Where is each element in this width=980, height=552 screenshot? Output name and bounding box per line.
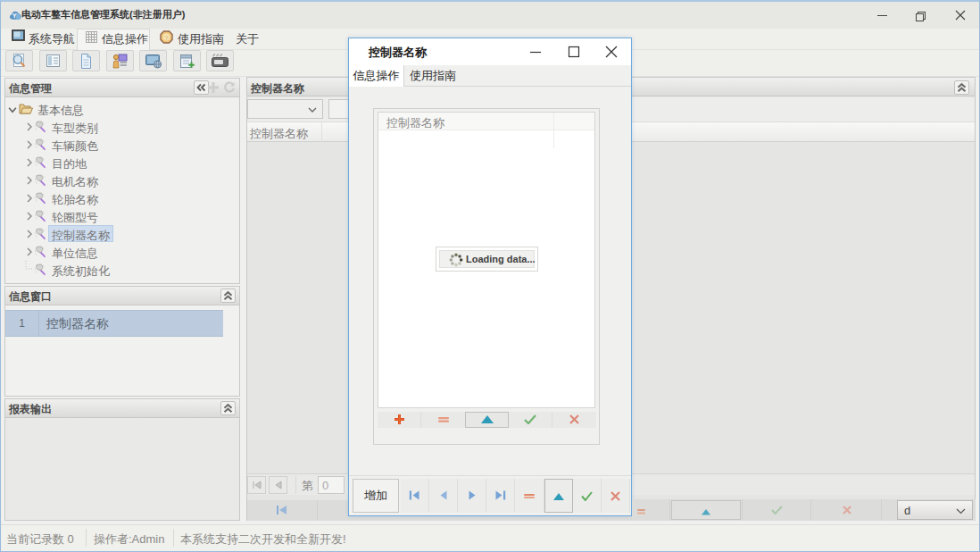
svg-text:?: ? [164,34,169,42]
svg-text:Y: Y [12,12,17,20]
